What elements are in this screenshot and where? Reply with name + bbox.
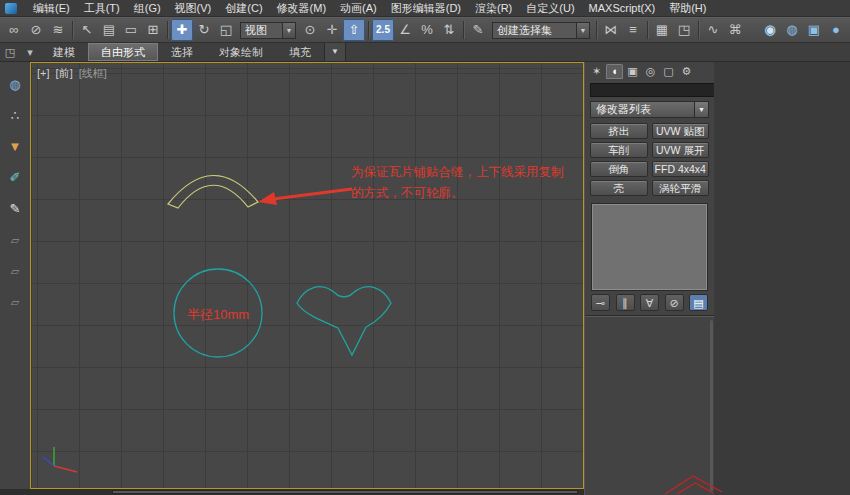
- reference-coordinate-dropdown[interactable]: 视图 ▼: [240, 22, 296, 39]
- panel-icon-1[interactable]: ▱: [4, 229, 26, 251]
- curve-editor-icon[interactable]: ∿: [702, 19, 724, 41]
- red-wireframe-shape[interactable]: [655, 470, 730, 495]
- snap-toggle-icon[interactable]: 2.5: [372, 19, 394, 41]
- track-bar[interactable]: [112, 490, 578, 494]
- tab-freeform[interactable]: 自由形式: [88, 43, 158, 61]
- menu-item-maxscript[interactable]: MAXScript(X): [582, 1, 663, 15]
- menu-item-tools[interactable]: 工具(T): [77, 0, 127, 17]
- material-editor-icon[interactable]: ◉: [759, 19, 781, 41]
- percent-snap-icon[interactable]: %: [416, 19, 438, 41]
- pin-stack-icon[interactable]: ⊸: [591, 294, 610, 311]
- viewport-menu-general[interactable]: [+]: [37, 67, 50, 79]
- menu-item-animation[interactable]: 动画(A): [333, 0, 384, 17]
- radius-label-text[interactable]: 半径10mm: [175, 306, 261, 324]
- remove-modifier-icon[interactable]: ⊘: [665, 294, 684, 311]
- menu-item-modifiers[interactable]: 修改器(M): [270, 0, 334, 17]
- selection-region-icon[interactable]: ▭: [120, 19, 142, 41]
- select-and-rotate-icon[interactable]: ↻: [193, 19, 215, 41]
- viewport-menu-shading[interactable]: [线框]: [79, 67, 107, 79]
- app-logo-icon[interactable]: [5, 3, 17, 14]
- use-pivot-center-icon[interactable]: ⊙: [299, 19, 321, 41]
- unlink-selection-icon[interactable]: ⊘: [25, 19, 47, 41]
- selection-set-dropdown[interactable]: 创建选择集 ▼: [492, 22, 590, 39]
- tab-object-paint[interactable]: 对象绘制: [206, 43, 276, 61]
- panel-icon-2[interactable]: ▱: [4, 260, 26, 282]
- display-tab-icon[interactable]: ▢: [660, 64, 677, 79]
- panel-icon-3[interactable]: ▱: [4, 291, 26, 313]
- shell-button[interactable]: 壳: [590, 180, 648, 196]
- menu-item-help[interactable]: 帮助(H): [662, 0, 713, 17]
- tab-modeling[interactable]: 建模: [40, 43, 88, 61]
- keyboard-override-icon[interactable]: ⇧: [343, 19, 365, 41]
- modify-tab-icon[interactable]: ◖: [606, 64, 623, 79]
- brush-icon[interactable]: ✐: [4, 167, 26, 189]
- toolbar-separator: [647, 21, 648, 39]
- select-and-link-icon[interactable]: ∞: [3, 19, 25, 41]
- turbosmooth-button[interactable]: 涡轮平滑: [652, 180, 710, 196]
- make-unique-icon[interactable]: ∀: [640, 294, 659, 311]
- chevron-down-icon[interactable]: ▼: [576, 23, 589, 38]
- front-viewport[interactable]: [+] [前] [线框] 为保证瓦片铺贴合缝，上下线采用复制 的方式，不可轮廓。: [30, 62, 584, 489]
- create-tab-icon[interactable]: ✶: [588, 64, 605, 79]
- named-selection-sets-icon[interactable]: ✎: [467, 19, 489, 41]
- lathe-button[interactable]: 车削: [590, 142, 648, 158]
- menu-item-views[interactable]: 视图(V): [168, 0, 219, 17]
- menu-bar: 编辑(E) 工具(T) 组(G) 视图(V) 创建(C) 修改器(M) 动画(A…: [0, 0, 850, 17]
- modifier-stack-window[interactable]: [591, 203, 708, 291]
- annotation-arrow-line: [273, 189, 352, 199]
- workspace-icon[interactable]: ◳: [0, 43, 20, 61]
- chevron-down-icon[interactable]: ▼: [282, 23, 295, 38]
- mirror-icon[interactable]: ⋈: [600, 19, 622, 41]
- angle-snap-icon[interactable]: ∠: [394, 19, 416, 41]
- teapot-icon[interactable]: ◍: [4, 74, 26, 96]
- utilities-tab-icon[interactable]: ⚙: [678, 64, 695, 79]
- tile-arc-spline[interactable]: [168, 175, 258, 208]
- show-end-result-icon[interactable]: ∥: [616, 294, 635, 311]
- scene-annotation-text[interactable]: 为保证瓦片铺贴合缝，上下线采用复制 的方式，不可轮廓。: [351, 162, 564, 204]
- pin-icon[interactable]: ▾: [20, 43, 40, 61]
- motion-tab-icon[interactable]: ◎: [642, 64, 659, 79]
- graphite-toggle-icon[interactable]: ◳: [673, 19, 695, 41]
- ffd-4x4x4-button[interactable]: FFD 4x4x4: [652, 161, 710, 177]
- menu-item-edit[interactable]: 编辑(E): [26, 0, 77, 17]
- select-and-manipulate-icon[interactable]: ✛: [321, 19, 343, 41]
- tab-populate[interactable]: 填充: [276, 43, 324, 61]
- window-crossing-icon[interactable]: ⊞: [142, 19, 164, 41]
- tile-profile-spline[interactable]: [297, 287, 391, 355]
- render-setup-icon[interactable]: ◍: [781, 19, 803, 41]
- bevel-button[interactable]: 倒角: [590, 161, 648, 177]
- select-object-icon[interactable]: ↖: [76, 19, 98, 41]
- spinner-snap-icon[interactable]: ⇅: [438, 19, 460, 41]
- menu-item-graph-editors[interactable]: 图形编辑器(D): [384, 0, 468, 17]
- menu-item-create[interactable]: 创建(C): [218, 0, 269, 17]
- cloth-icon[interactable]: ▼: [4, 136, 26, 158]
- viewport-menu-view[interactable]: [前]: [56, 67, 73, 79]
- select-by-name-icon[interactable]: ▤: [98, 19, 120, 41]
- rendered-frame-window-icon[interactable]: ▣: [803, 19, 825, 41]
- panel-scrollbar[interactable]: [710, 320, 713, 491]
- menu-item-rendering[interactable]: 渲染(R): [468, 0, 519, 17]
- layer-manager-icon[interactable]: ▦: [651, 19, 673, 41]
- ribbon-minimize-dropdown-icon[interactable]: ▼: [324, 43, 346, 61]
- tab-selection[interactable]: 选择: [158, 43, 206, 61]
- hierarchy-tab-icon[interactable]: ▣: [624, 64, 641, 79]
- menu-item-customize[interactable]: 自定义(U): [519, 0, 581, 17]
- select-and-scale-icon[interactable]: ◱: [215, 19, 237, 41]
- uvw-map-button[interactable]: UVW 贴图: [652, 123, 710, 139]
- menu-item-group[interactable]: 组(G): [127, 0, 168, 17]
- modifier-list-dropdown[interactable]: 修改器列表 ▼: [590, 101, 709, 118]
- pencil-icon[interactable]: ✎: [4, 198, 26, 220]
- align-icon[interactable]: ≡: [622, 19, 644, 41]
- bind-to-space-warp-icon[interactable]: ≋: [47, 19, 69, 41]
- configure-modifier-sets-icon[interactable]: ▤: [689, 294, 708, 311]
- chevron-down-icon[interactable]: ▼: [694, 102, 708, 117]
- dots-icon[interactable]: ∴: [4, 105, 26, 127]
- render-production-icon[interactable]: ●: [825, 19, 847, 41]
- unwrap-uvw-button[interactable]: UVW 展开: [652, 142, 710, 158]
- object-name-row: [590, 83, 709, 97]
- extrude-button[interactable]: 挤出: [590, 123, 648, 139]
- object-name-field[interactable]: [590, 83, 730, 97]
- selection-set-value: 创建选择集: [493, 23, 576, 38]
- schematic-view-icon[interactable]: ⌘: [724, 19, 746, 41]
- select-and-move-icon[interactable]: ✚: [171, 19, 193, 41]
